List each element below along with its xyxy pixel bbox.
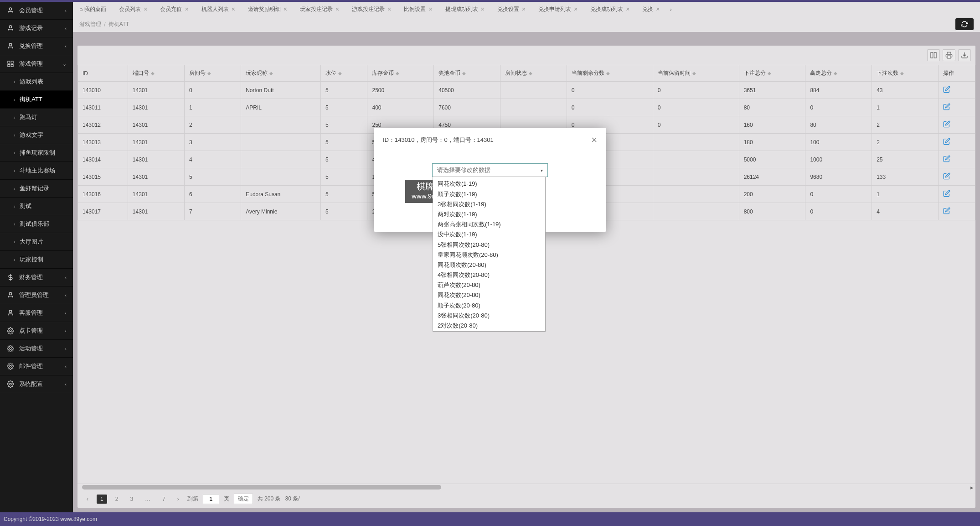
modal-overlay: ID：143010，房间号：0，端口号：14301 × 请选择要修改的数据 ▾ … [0,0,980,526]
select-option[interactable]: 同花顺次数(20-80) [433,260,545,270]
select-option[interactable]: 3张相同次数(1-19) [433,199,545,209]
select-option[interactable]: 同花次数(1-19) [433,179,545,189]
select-option[interactable]: 葫芦次数(20-80) [433,280,545,290]
select-option[interactable]: 皇家同花顺次数(20-80) [433,250,545,260]
select-option[interactable]: 两对次数(1-19) [433,209,545,219]
select-option[interactable]: 5张相同次数(20-80) [433,240,545,250]
select-option[interactable]: 4张相同次数(20-80) [433,270,545,280]
modal-title: ID：143010，房间号：0，端口号：14301 [383,136,494,144]
modal-body: 请选择要修改的数据 ▾ 棋牌资源网 www.9niuym.com 4张相同次数(… [374,150,606,232]
select-option[interactable]: 顺子次数(20-80) [433,301,545,311]
select-option[interactable]: 两张高张相同次数(20-80) [433,331,545,332]
select-placeholder: 请选择要修改的数据 [437,166,490,174]
select-dropdown[interactable]: 4张相同次数(1-19)葫芦次数(1-19)同花次数(1-19)顺子次数(1-1… [433,177,546,332]
modal: ID：143010，房间号：0，端口号：14301 × 请选择要修改的数据 ▾ … [374,128,606,232]
modal-close-button[interactable]: × [591,135,597,145]
caret-down-icon: ▾ [541,168,543,173]
select-option[interactable]: 没中次数(1-19) [433,229,545,240]
select-option[interactable]: 两张高张相同次数(1-19) [433,219,545,229]
modal-header: ID：143010，房间号：0，端口号：14301 × [374,128,606,150]
select-option[interactable]: 同花次数(20-80) [433,290,545,300]
select-option[interactable]: 顺子次数(1-19) [433,189,545,199]
modal-select[interactable]: 请选择要修改的数据 ▾ 棋牌资源网 www.9niuym.com 4张相同次数(… [432,163,548,177]
select-option[interactable]: 3张相同次数(20-80) [433,311,545,321]
select-option[interactable]: 2对次数(20-80) [433,321,545,331]
